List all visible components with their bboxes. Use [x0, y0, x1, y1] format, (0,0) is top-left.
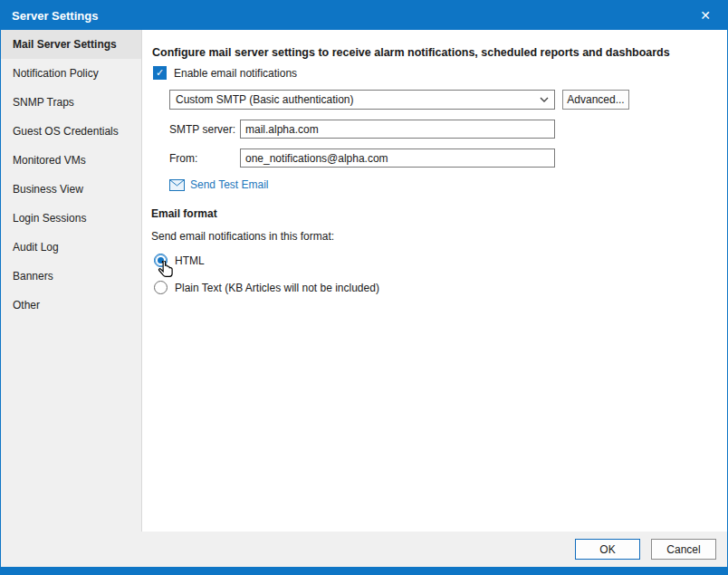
send-test-email-row: Send Test Email	[169, 178, 269, 191]
sidebar-item-business-view[interactable]: Business View	[1, 175, 141, 204]
enable-email-row: Enable email notifications	[153, 66, 297, 80]
sidebar-item-other[interactable]: Other	[1, 291, 141, 320]
sidebar-item-mail-server-settings[interactable]: Mail Server Settings	[1, 30, 141, 59]
smtp-server-label: SMTP server:	[169, 123, 240, 136]
send-test-email-link[interactable]: Send Test Email	[190, 178, 269, 191]
sidebar-item-label: Guest OS Credentials	[13, 125, 119, 138]
server-settings-dialog: Server Settings ✕ Mail Server Settings N…	[0, 0, 728, 575]
sidebar-item-label: Mail Server Settings	[13, 38, 117, 51]
main-content: Configure mail server settings to receiv…	[143, 30, 727, 532]
from-row: From:	[169, 149, 555, 168]
plaintext-format-label: Plain Text (KB Articles will not be incl…	[175, 282, 379, 294]
sidebar-item-label: SNMP Traps	[13, 96, 74, 109]
close-icon[interactable]: ✕	[693, 3, 718, 28]
dialog-footer: OK Cancel	[1, 532, 727, 567]
chevron-down-icon[interactable]	[534, 91, 554, 109]
ok-button[interactable]: OK	[575, 539, 640, 560]
titlebar: Server Settings ✕	[1, 1, 727, 30]
smtp-server-row: SMTP server:	[169, 120, 555, 139]
sidebar-item-label: Monitored VMs	[13, 154, 86, 167]
sidebar-item-monitored-vms[interactable]: Monitored VMs	[1, 146, 141, 175]
envelope-icon	[169, 179, 185, 191]
sidebar-item-banners[interactable]: Banners	[1, 262, 141, 291]
sidebar-item-guest-os-credentials[interactable]: Guest OS Credentials	[1, 117, 141, 146]
sidebar-item-login-sessions[interactable]: Login Sessions	[1, 204, 141, 233]
cancel-button[interactable]: Cancel	[651, 539, 716, 560]
sidebar-item-snmp-traps[interactable]: SNMP Traps	[1, 88, 141, 117]
email-format-description: Send email notifications in this format:	[151, 230, 334, 243]
from-input[interactable]	[240, 149, 555, 168]
enable-email-label: Enable email notifications	[174, 67, 297, 80]
html-format-label: HTML	[175, 254, 205, 267]
smtp-server-input[interactable]	[240, 120, 555, 139]
sidebar-item-audit-log[interactable]: Audit Log	[1, 233, 141, 262]
html-format-row: HTML	[154, 254, 205, 267]
sidebar: Mail Server Settings Notification Policy…	[1, 30, 142, 532]
page-title: Configure mail server settings to receiv…	[152, 46, 716, 59]
window-title: Server Settings	[12, 9, 693, 23]
plaintext-format-row: Plain Text (KB Articles will not be incl…	[154, 281, 379, 294]
smtp-type-dropdown[interactable]: Custom SMTP (Basic authentication)	[169, 90, 555, 110]
sidebar-item-label: Other	[13, 299, 40, 311]
sidebar-item-label: Notification Policy	[13, 67, 99, 80]
sidebar-item-label: Audit Log	[13, 241, 59, 254]
sidebar-item-label: Business View	[13, 183, 83, 196]
email-format-heading: Email format	[151, 207, 217, 220]
sidebar-item-notification-policy[interactable]: Notification Policy	[1, 59, 141, 88]
sidebar-item-label: Banners	[13, 270, 53, 283]
from-label: From:	[169, 152, 240, 165]
html-format-radio[interactable]	[154, 254, 168, 267]
advanced-button[interactable]: Advanced...	[562, 90, 629, 110]
plaintext-format-radio[interactable]	[154, 281, 168, 294]
sidebar-item-label: Login Sessions	[13, 212, 86, 225]
enable-email-checkbox[interactable]	[153, 66, 167, 80]
smtp-type-row: Custom SMTP (Basic authentication) Advan…	[169, 90, 629, 110]
smtp-type-dropdown-value: Custom SMTP (Basic authentication)	[176, 93, 534, 106]
window-bottom-border	[1, 567, 727, 574]
